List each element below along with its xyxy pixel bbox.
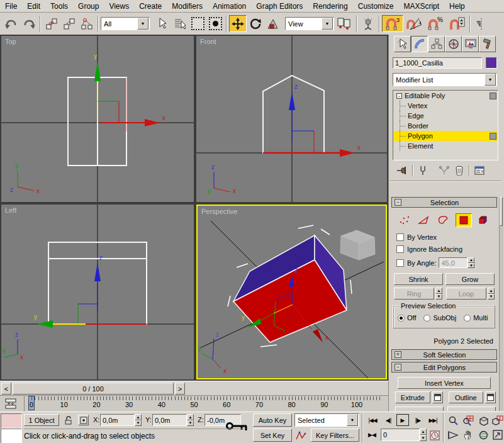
menu-views[interactable]: Views bbox=[104, 1, 134, 12]
menu-tools[interactable]: Tools bbox=[45, 1, 73, 12]
arc-rotate-button[interactable] bbox=[476, 429, 490, 441]
shrink-button[interactable]: Shrink bbox=[394, 273, 443, 285]
selection-filter-dropdown[interactable]: All ▼ bbox=[101, 17, 150, 30]
stack-collapse-icon[interactable]: - bbox=[396, 93, 402, 99]
menu-maxscript[interactable]: MAXScript bbox=[398, 1, 444, 12]
trackbar-mode-button[interactable] bbox=[4, 398, 20, 410]
current-frame-spinner[interactable]: ▲▼ bbox=[420, 429, 427, 441]
tab-modify[interactable] bbox=[411, 36, 428, 52]
time-slider-handle[interactable]: 0 / 100 bbox=[13, 383, 174, 395]
time-slider-next-button[interactable]: > bbox=[175, 383, 185, 395]
outline-button[interactable]: Outline bbox=[449, 391, 484, 403]
edge-subobject-button[interactable] bbox=[417, 214, 432, 227]
select-and-move-button[interactable] bbox=[229, 15, 247, 32]
percent-snap-toggle-button[interactable]: % bbox=[425, 15, 446, 32]
collapse-icon[interactable]: - bbox=[395, 364, 401, 371]
time-configuration-button[interactable] bbox=[428, 429, 441, 441]
tab-create[interactable] bbox=[394, 36, 411, 52]
menu-modifiers[interactable]: Modifiers bbox=[167, 1, 208, 12]
stack-item-editable-poly[interactable]: -Editable Poly bbox=[393, 91, 498, 101]
viewport-front[interactable]: Front z x z y x bbox=[196, 36, 387, 202]
timeline-ruler[interactable]: 0102030405060708090100 bbox=[24, 396, 386, 412]
redo-button[interactable] bbox=[20, 15, 38, 32]
zoom-extents-button[interactable] bbox=[476, 414, 490, 427]
ignore-backfacing-checkbox[interactable] bbox=[396, 245, 404, 253]
select-object-button[interactable] bbox=[154, 15, 171, 32]
track-bar[interactable]: 0102030405060708090100 bbox=[0, 395, 388, 412]
maxscript-mini-listener-white[interactable] bbox=[1, 429, 22, 443]
menu-create[interactable]: Create bbox=[134, 1, 167, 12]
select-and-manipulate-button[interactable] bbox=[359, 15, 377, 32]
stack-item-vertex[interactable]: Vertex bbox=[393, 101, 498, 111]
y-coordinate-spinner[interactable]: ▲▼ bbox=[187, 414, 194, 426]
zoom-extents-all-button[interactable] bbox=[491, 414, 504, 427]
remove-modifier-button[interactable] bbox=[452, 164, 467, 177]
polygon-subobject-button[interactable] bbox=[456, 213, 472, 227]
by-angle-spinner[interactable]: ▲▼ bbox=[468, 257, 474, 268]
reference-coordinate-system-dropdown[interactable]: View ▼ bbox=[285, 17, 334, 30]
undo-button[interactable] bbox=[3, 15, 20, 32]
next-frame-button[interactable]: ||▶ bbox=[411, 415, 425, 426]
by-angle-checkbox[interactable] bbox=[396, 259, 404, 267]
use-pivot-point-center-button[interactable] bbox=[334, 15, 354, 32]
expand-icon[interactable]: + bbox=[395, 351, 401, 358]
loop-spinner[interactable]: ▲▼ bbox=[488, 288, 495, 300]
grow-button[interactable]: Grow bbox=[445, 273, 495, 285]
loop-button[interactable]: Loop bbox=[446, 288, 486, 300]
go-to-start-button[interactable]: |◀◀ bbox=[366, 415, 379, 426]
previous-frame-button[interactable]: ◀|| bbox=[381, 415, 395, 426]
menu-help[interactable]: Help bbox=[444, 1, 470, 12]
menu-animation[interactable]: Animation bbox=[208, 1, 251, 12]
mirror-button[interactable] bbox=[473, 15, 490, 32]
object-name-field[interactable]: 1_1000_Casilla bbox=[393, 57, 482, 69]
dropdown-arrow-icon[interactable]: ▼ bbox=[322, 18, 333, 30]
maximize-viewport-toggle-button[interactable] bbox=[491, 429, 504, 441]
snaps-toggle-button[interactable]: 3 bbox=[382, 15, 403, 32]
pan-view-button[interactable] bbox=[461, 429, 475, 441]
ring-spinner[interactable]: ▲▼ bbox=[435, 288, 442, 300]
preview-subobj-radio[interactable] bbox=[423, 315, 430, 322]
collapse-icon[interactable]: - bbox=[395, 199, 401, 206]
selection-lock-toggle-button[interactable] bbox=[63, 414, 74, 426]
vertex-subobject-button[interactable] bbox=[397, 214, 412, 227]
panel-scrollbar[interactable] bbox=[499, 197, 503, 411]
pin-stack-button[interactable] bbox=[395, 164, 410, 177]
dropdown-arrow-icon[interactable]: ▼ bbox=[347, 414, 358, 426]
outline-settings-button[interactable] bbox=[485, 391, 496, 403]
stack-onoff-square[interactable] bbox=[490, 93, 496, 99]
by-angle-field[interactable]: 45,0 bbox=[439, 257, 468, 268]
preview-off-radio[interactable] bbox=[398, 315, 405, 322]
stack-item-border[interactable]: Border bbox=[393, 121, 498, 131]
by-vertex-checkbox[interactable] bbox=[396, 233, 404, 241]
stack-item-element[interactable]: Element bbox=[393, 141, 498, 151]
key-mode-toggle-button[interactable]: ▶◀ bbox=[366, 429, 378, 440]
viewport-left[interactable]: Left z y z y x bbox=[1, 205, 194, 379]
soft-selection-rollout-header[interactable]: + Soft Selection bbox=[391, 349, 497, 360]
spinner-snap-toggle-button[interactable] bbox=[446, 15, 468, 32]
extrude-settings-button[interactable] bbox=[432, 391, 443, 403]
window-crossing-toggle-button[interactable] bbox=[206, 15, 224, 32]
element-subobject-button[interactable] bbox=[476, 214, 491, 227]
select-and-rotate-button[interactable] bbox=[247, 15, 264, 32]
stack-onoff-square[interactable] bbox=[490, 133, 496, 140]
ring-button[interactable]: Ring bbox=[394, 288, 434, 300]
preview-multi-radio[interactable] bbox=[464, 315, 471, 322]
x-coordinate-field[interactable]: 0,0m bbox=[100, 414, 135, 426]
zoom-all-button[interactable] bbox=[461, 414, 475, 427]
show-end-result-button[interactable] bbox=[415, 164, 430, 177]
set-key-button[interactable]: Set Key bbox=[253, 429, 292, 442]
menu-edit[interactable]: Edit bbox=[22, 1, 45, 12]
auto-key-button[interactable]: Auto Key bbox=[253, 413, 292, 427]
tab-motion[interactable] bbox=[445, 36, 462, 52]
key-filters-button[interactable]: Key Filters... bbox=[311, 429, 359, 442]
angle-snap-toggle-button[interactable] bbox=[403, 15, 425, 32]
unlink-selection-button[interactable] bbox=[60, 15, 78, 32]
key-filter-mode-dropdown[interactable]: Selected ▼ bbox=[294, 413, 359, 427]
absolute-mode-transform-button[interactable] bbox=[78, 415, 89, 425]
viewport-perspective[interactable]: Perspective bbox=[196, 205, 387, 379]
menu-rendering[interactable]: Rendering bbox=[308, 1, 352, 12]
tab-utilities[interactable] bbox=[479, 36, 496, 52]
object-color-swatch[interactable] bbox=[486, 57, 497, 69]
stack-item-polygon[interactable]: Polygon bbox=[393, 131, 498, 141]
dropdown-arrow-icon[interactable]: ▼ bbox=[137, 18, 148, 30]
